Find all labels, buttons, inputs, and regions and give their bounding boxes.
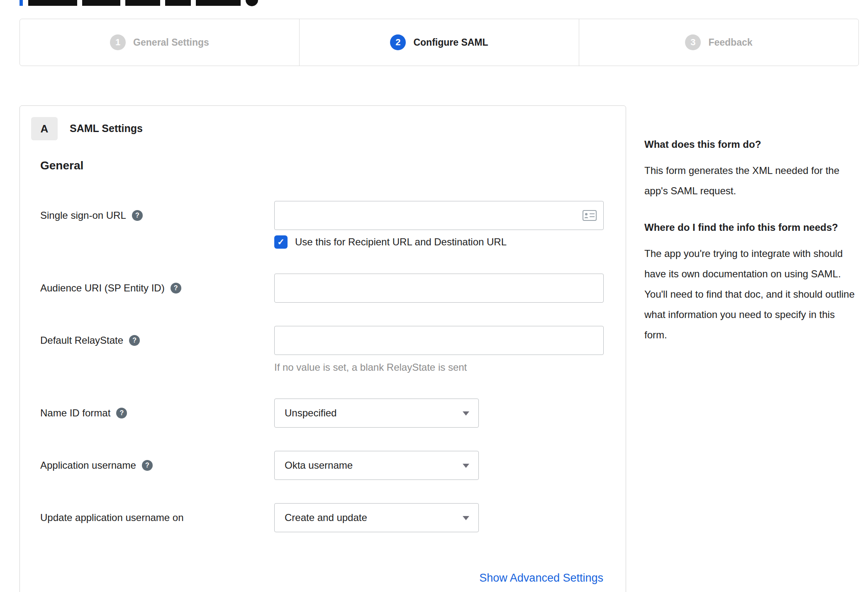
audience-uri-input[interactable]	[274, 274, 604, 303]
step-label: Configure SAML	[413, 37, 488, 48]
step-number-badge: 3	[685, 34, 701, 50]
step-label: General Settings	[133, 37, 209, 48]
select-value: Okta username	[285, 460, 353, 471]
chevron-down-icon	[463, 516, 469, 520]
help-icon[interactable]: ?	[132, 210, 143, 221]
chevron-down-icon	[463, 411, 469, 416]
single-sign-on-url-input[interactable]	[274, 201, 604, 230]
step-feedback[interactable]: 3 Feedback	[579, 19, 858, 66]
clipped-page-title	[0, 0, 373, 7]
default-relaystate-input[interactable]	[274, 326, 604, 355]
step-number-badge: 1	[110, 34, 126, 50]
field-label-application-username: Application username ?	[40, 451, 153, 480]
checkbox-label: Use this for Recipient URL and Destinati…	[295, 236, 507, 248]
clipped-text-fragment	[196, 0, 241, 6]
field-label-name-id-format: Name ID format ?	[40, 399, 127, 428]
help-icon[interactable]: ?	[171, 283, 181, 294]
clipped-help-icon	[246, 0, 258, 6]
label-text: Default RelayState	[40, 335, 123, 346]
step-general-settings[interactable]: 1 General Settings	[20, 19, 299, 66]
contact-card-icon	[583, 210, 597, 221]
clipped-text-fragment	[82, 0, 120, 6]
field-label-single-sign-on-url: Single sign-on URL ?	[40, 201, 143, 230]
wizard-stepper: 1 General Settings 2 Configure SAML 3 Fe…	[20, 19, 859, 66]
sidebar-question-2-body: The app you're trying to integrate with …	[644, 243, 859, 345]
relaystate-hint: If no value is set, a blank RelayState i…	[274, 362, 467, 373]
update-app-username-select[interactable]: Create and update	[274, 503, 479, 532]
section-title: SAML Settings	[70, 122, 143, 135]
label-text: Name ID format	[40, 407, 110, 419]
clipped-text-fragment	[165, 0, 191, 6]
field-label-audience-uri: Audience URI (SP Entity ID) ?	[40, 274, 181, 303]
show-advanced-settings-link[interactable]: Show Advanced Settings	[479, 572, 603, 585]
label-text: Update application username on	[40, 512, 184, 524]
recipient-url-checkbox[interactable]: ✓	[274, 235, 288, 249]
clipped-text-fragment	[125, 0, 160, 6]
label-text: Audience URI (SP Entity ID)	[40, 282, 165, 294]
step-configure-saml[interactable]: 2 Configure SAML	[299, 19, 579, 66]
sidebar-question-1-title: What does this form do?	[644, 135, 859, 154]
label-text: Application username	[40, 460, 136, 471]
step-label: Feedback	[708, 37, 752, 48]
recipient-url-check-row: ✓ Use this for Recipient URL and Destina…	[274, 235, 507, 249]
application-username-select[interactable]: Okta username	[274, 451, 479, 480]
select-value: Create and update	[285, 512, 367, 524]
chevron-down-icon	[463, 464, 469, 468]
configure-saml-page: 1 General Settings 2 Configure SAML 3 Fe…	[0, 0, 868, 592]
help-sidebar: What does this form do? This form genera…	[644, 135, 859, 362]
name-id-format-select[interactable]: Unspecified	[274, 399, 479, 428]
step-number-badge: 2	[390, 34, 406, 50]
field-label-update-app-username: Update application username on	[40, 503, 184, 532]
help-icon[interactable]: ?	[142, 460, 153, 471]
sidebar-question-2-title: Where do I find the info this form needs…	[644, 218, 859, 237]
group-title: General	[40, 159, 83, 172]
help-icon[interactable]: ?	[129, 335, 140, 346]
label-text: Single sign-on URL	[40, 210, 126, 221]
select-value: Unspecified	[285, 407, 336, 419]
help-icon[interactable]: ?	[116, 408, 127, 418]
clipped-text-fragment	[28, 0, 77, 6]
field-label-default-relaystate: Default RelayState ?	[40, 326, 140, 355]
saml-settings-panel: A SAML Settings General Single sign-on U…	[20, 105, 626, 592]
clipped-text-fragment	[20, 0, 23, 6]
sidebar-question-1-body: This form generates the XML needed for t…	[644, 160, 859, 201]
section-badge: A	[31, 117, 58, 140]
